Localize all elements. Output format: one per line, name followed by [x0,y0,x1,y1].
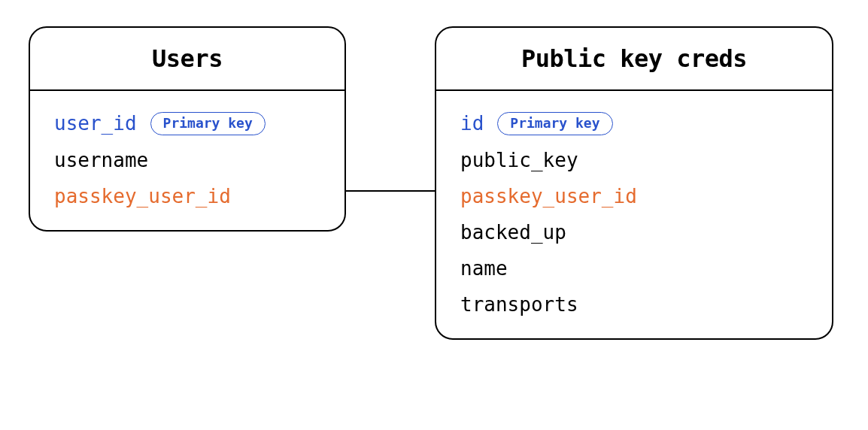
entity-users-body: user_id Primary key username passkey_use… [30,91,344,230]
entity-users-header: Users [30,28,344,91]
relation-connector [346,190,435,192]
field-user-id: user_id [54,112,137,135]
field-public-key: public_key [460,149,578,171]
field-row: backed_up [460,221,808,244]
field-row: user_id Primary key [54,112,320,135]
entity-creds-title: Public key creds [451,44,817,73]
entity-public-key-creds: Public key creds id Primary key public_k… [435,26,833,340]
entity-users: Users user_id Primary key username passk… [29,26,346,232]
field-id: id [460,112,484,135]
field-row: passkey_user_id [460,185,808,207]
field-name: name [460,257,508,280]
primary-key-badge: Primary key [150,112,266,135]
field-row: transports [460,293,808,316]
entity-users-title: Users [45,44,329,73]
field-row: passkey_user_id [54,185,320,207]
entity-creds-body: id Primary key public_key passkey_user_i… [436,91,832,338]
entity-creds-header: Public key creds [436,28,832,91]
field-row: id Primary key [460,112,808,135]
field-username: username [54,149,148,171]
field-row: name [460,257,808,280]
field-transports: transports [460,293,578,316]
field-row: username [54,149,320,171]
primary-key-badge: Primary key [497,112,612,135]
field-passkey-user-id: passkey_user_id [54,185,231,207]
field-backed-up: backed_up [460,221,566,244]
field-row: public_key [460,149,808,171]
field-passkey-user-id: passkey_user_id [460,185,637,207]
